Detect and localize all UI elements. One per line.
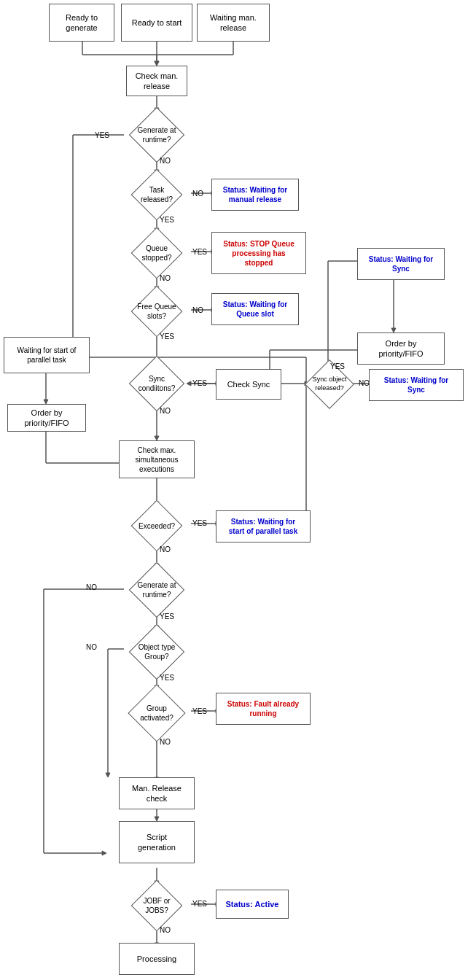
ready-to-start-box: Ready to start (121, 4, 192, 42)
objtype-yes-label: YES (160, 674, 174, 682)
exceeded-no-label: NO (160, 545, 171, 553)
status-fault-running-label: Status: Fault already running (227, 699, 299, 718)
check-man-release-box: Check man. release (126, 66, 187, 96)
man-release-check-box: Man. Release check (119, 777, 195, 809)
waiting-start-parallel-box: Waiting for start of parallel task (4, 337, 90, 373)
check-sync-label: Check Sync (227, 379, 270, 389)
jobf-jobs-wrap: JOBF or JOBS? (122, 884, 191, 927)
svg-marker-67 (106, 773, 110, 777)
task-no-label: NO (192, 190, 203, 198)
generate-runtime-2-wrap: Generate at runtime? (122, 567, 191, 612)
syncobj-no-label: NO (359, 379, 370, 387)
objtype-no-label: NO (86, 643, 97, 651)
sync-no-label: NO (160, 407, 171, 415)
queue-stopped-wrap: Queue stopped? (122, 232, 191, 274)
processing-label: Processing (137, 954, 176, 964)
sync-conditions-wrap: Sync condiitons? (122, 361, 191, 406)
check-max-simul-box: Check max. simultaneous executions (119, 440, 195, 478)
free-queue-slots-wrap: Free Queue slots? (122, 290, 191, 332)
sync-conditions-label: Sync condiitons? (138, 374, 176, 393)
exceeded-label: Exceeded? (138, 521, 175, 531)
group-activated-label: Group activated? (140, 704, 173, 723)
man-release-check-label: Man. Release check (132, 783, 182, 804)
check-max-simul-label: Check max. simultaneous executions (136, 446, 179, 474)
status-stop-queue-label: Status: STOP Queue processing has stoppe… (223, 239, 294, 268)
exceeded-yes-label: YES (192, 519, 207, 527)
exceeded-wrap: Exceeded? (122, 505, 191, 546)
status-waiting-parallel-box: Status: Waiting for start of parallel ta… (216, 510, 311, 542)
flowchart: Ready to generate Ready to start Waiting… (0, 0, 476, 980)
status-waiting-sync-far-label: Status: Waiting for Sync (384, 376, 449, 394)
status-waiting-manual-box: Status: Waiting for manual release (211, 179, 299, 211)
waiting-man-release-box: Waiting man. release (197, 4, 270, 42)
task-yes-label: YES (160, 216, 174, 224)
order-priority-right-box: Order by priority/FIFO (357, 332, 445, 365)
task-released-label: Task released? (141, 185, 173, 204)
order-priority-left-box: Order by priority/FIFO (7, 404, 86, 432)
jobfjobs-no-label: NO (160, 926, 171, 934)
check-sync-box: Check Sync (216, 369, 281, 400)
status-active-box: Status: Active (216, 890, 289, 919)
generate-runtime-1-label: Generate at runtime? (138, 125, 176, 144)
status-active-label: Status: Active (226, 899, 279, 909)
status-waiting-manual-label: Status: Waiting for manual release (223, 185, 288, 204)
group-activated-wrap: Group activated? (122, 689, 191, 737)
ready-to-start-label: Ready to start (132, 18, 182, 28)
freequeue-no-label: NO (192, 306, 203, 314)
script-generation-label: Script generation (138, 832, 176, 853)
gen2-yes-label: YES (160, 612, 174, 621)
queue-stopped-label: Queue stopped? (141, 244, 171, 262)
ready-to-generate-label: Ready to generate (66, 12, 98, 34)
groupact-yes-label: YES (192, 707, 207, 715)
task-released-wrap: Task released? (122, 174, 191, 216)
free-queue-slots-label: Free Queue slots? (137, 302, 176, 321)
waiting-man-release-label: Waiting man. release (210, 12, 257, 34)
status-waiting-sync-far-box: Status: Waiting for Sync (369, 369, 464, 401)
generate-runtime-2-label: Generate at runtime? (138, 580, 176, 599)
freequeue-yes-label: YES (160, 332, 174, 341)
waiting-start-parallel-label: Waiting for start of parallel task (17, 346, 77, 365)
queue-no-label: NO (160, 274, 171, 282)
status-waiting-sync-right-label: Status: Waiting for Sync (369, 254, 434, 273)
order-priority-left-label: Order by priority/FIFO (24, 408, 69, 429)
sync-object-released-wrap: Sync object released? (303, 365, 356, 404)
status-waiting-queue-label: Status: Waiting for Queue slot (223, 300, 288, 319)
jobfjobs-yes-label: YES (192, 900, 207, 908)
generate-runtime-1-wrap: Generate at runtime? (122, 112, 191, 158)
gen2-no-label: NO (86, 583, 97, 591)
gen1-no-label: NO (160, 157, 171, 165)
ready-to-generate-box: Ready to generate (49, 4, 114, 42)
status-fault-running-box: Status: Fault already running (216, 693, 311, 725)
order-priority-right-label: Order by priority/FIFO (378, 338, 423, 359)
syncobj-yes-label: YES (330, 362, 345, 370)
groupact-no-label: NO (160, 738, 171, 746)
status-waiting-queue-box: Status: Waiting for Queue slot (211, 293, 299, 325)
jobf-jobs-label: JOBF or JOBS? (143, 896, 170, 915)
sync-object-released-label: Sync object released? (313, 376, 347, 392)
object-type-group-wrap: Object type Group? (122, 629, 191, 674)
gen1-yes-label: YES (95, 131, 109, 139)
object-type-group-label: Object type Group? (138, 642, 176, 661)
check-man-release-label: Check man. release (136, 71, 179, 92)
queue-yes-label: YES (192, 248, 207, 256)
script-generation-box: Script generation (119, 821, 195, 863)
status-stop-queue-box: Status: STOP Queue processing has stoppe… (211, 232, 306, 274)
sync-yes-label: YES (192, 379, 207, 387)
status-waiting-sync-right-box: Status: Waiting for Sync (357, 248, 445, 280)
status-waiting-parallel-label: Status: Waiting for start of parallel ta… (229, 517, 297, 536)
svg-marker-62 (102, 851, 106, 855)
processing-box: Processing (119, 943, 195, 975)
